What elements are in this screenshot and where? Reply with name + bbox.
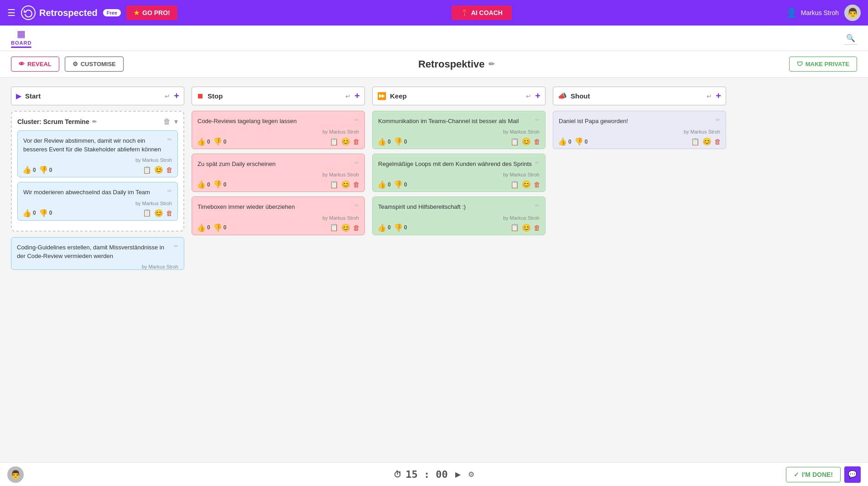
thumbs-down-icon[interactable]: 👎: [394, 180, 403, 189]
card-actions: 👍 0 👎 0 📋 😊 🗑: [553, 134, 726, 149]
user-info[interactable]: 👤 Markus Stroh: [786, 7, 839, 18]
card-body: ✏ Zu spät zum Daily erscheinen: [192, 154, 364, 170]
title-edit-icon[interactable]: ✏: [489, 60, 494, 68]
timer-play-button[interactable]: ▶: [455, 470, 461, 479]
copy-icon[interactable]: 📋: [143, 166, 151, 174]
thumbs-up-icon[interactable]: 👍: [197, 223, 206, 232]
thumbs-up-icon[interactable]: 👍: [558, 137, 567, 146]
thumbs-down-icon[interactable]: 👎: [39, 165, 48, 174]
thumbs-down-icon[interactable]: 👎: [39, 209, 48, 217]
delete-icon[interactable]: 🗑: [166, 209, 173, 217]
start-column-title[interactable]: [25, 92, 161, 100]
customise-button[interactable]: ⚙ CUSTOMISE: [65, 57, 124, 72]
delete-icon[interactable]: 🗑: [534, 181, 541, 188]
stop-column-title[interactable]: [208, 92, 342, 100]
vote-up-group: 👍 0: [377, 223, 391, 232]
user-name: Markus Stroh: [801, 9, 839, 16]
thumbs-up-icon[interactable]: 👍: [197, 137, 206, 146]
vote-down-group: 👎 0: [394, 180, 407, 189]
card-edit-icon[interactable]: ✏: [167, 188, 172, 194]
copy-icon[interactable]: 📋: [330, 138, 338, 146]
timer-settings-button[interactable]: ⚙: [468, 470, 474, 479]
card-edit-icon[interactable]: ✏: [716, 117, 720, 123]
board-tab[interactable]: ▦ BOARD: [11, 28, 31, 48]
cluster-delete-icon[interactable]: 🗑: [163, 118, 171, 126]
thumbs-down-icon[interactable]: 👎: [213, 180, 222, 189]
delete-icon[interactable]: 🗑: [353, 138, 360, 145]
delete-icon[interactable]: 🗑: [534, 138, 541, 145]
thumbs-up-icon[interactable]: 👍: [377, 137, 386, 146]
copy-icon[interactable]: 📋: [510, 138, 519, 146]
shout-column-title[interactable]: [571, 92, 703, 100]
emoji-icon[interactable]: 😊: [522, 180, 531, 189]
reveal-button[interactable]: 👁 REVEAL: [11, 57, 59, 72]
thumbs-up-icon[interactable]: 👍: [197, 180, 206, 189]
cluster-chevron-icon[interactable]: ▾: [174, 117, 178, 126]
card-edit-icon[interactable]: ✏: [535, 117, 540, 123]
thumbs-down-icon[interactable]: 👎: [394, 137, 403, 146]
card-edit-icon[interactable]: ✏: [354, 202, 359, 209]
add-card-stop[interactable]: +: [354, 91, 360, 101]
thumbs-up-icon[interactable]: 👍: [377, 223, 386, 232]
enter-icon-start[interactable]: ↵: [165, 93, 170, 100]
thumbs-up-icon[interactable]: 👍: [377, 180, 386, 189]
thumbs-down-icon[interactable]: 👎: [574, 137, 583, 146]
copy-icon[interactable]: 📋: [510, 181, 519, 189]
emoji-icon[interactable]: 😊: [341, 180, 350, 189]
card-actions: 👍 0 👎 0 📋 😊 🗑: [192, 134, 364, 149]
copy-icon[interactable]: 📋: [510, 223, 519, 232]
card-edit-icon[interactable]: ✏: [354, 160, 359, 166]
thumbs-down-icon[interactable]: 👎: [213, 137, 222, 146]
card-stop-1: ✏ Code-Reviews tagelang liegen lassen by…: [192, 111, 365, 149]
card-edit-icon[interactable]: ✏: [535, 202, 540, 209]
thumbs-down-icon[interactable]: 👎: [213, 223, 222, 232]
card-edit-icon[interactable]: ✏: [174, 243, 178, 249]
card-edit-icon[interactable]: ✏: [535, 160, 540, 166]
delete-icon[interactable]: 🗑: [714, 138, 721, 145]
thumbs-up-icon[interactable]: 👍: [22, 165, 31, 174]
keep-column-title[interactable]: [390, 92, 522, 100]
vote-down-count: 0: [223, 139, 227, 145]
make-private-button[interactable]: 🛡 MAKE PRIVATE: [789, 57, 857, 72]
chat-button[interactable]: 💬: [844, 466, 861, 483]
delete-icon[interactable]: 🗑: [534, 224, 541, 232]
thumbs-up-icon[interactable]: 👍: [22, 209, 31, 217]
hamburger-icon[interactable]: ☰: [7, 7, 16, 18]
delete-icon[interactable]: 🗑: [166, 166, 173, 174]
copy-icon[interactable]: 📋: [330, 223, 338, 232]
enter-icon-shout[interactable]: ↵: [707, 93, 712, 100]
emoji-icon[interactable]: 😊: [154, 209, 163, 217]
add-card-keep[interactable]: +: [535, 91, 541, 101]
enter-icon-stop[interactable]: ↵: [345, 93, 351, 100]
emoji-icon[interactable]: 😊: [702, 137, 712, 146]
emoji-icon[interactable]: 😊: [341, 223, 350, 232]
timer-display: ⏱ 15 : 00: [394, 469, 448, 480]
card-edit-icon[interactable]: ✏: [167, 136, 172, 143]
vote-up-count: 0: [388, 181, 391, 188]
go-pro-button[interactable]: ★ GO PRO!: [126, 5, 177, 20]
add-card-start[interactable]: +: [174, 91, 179, 101]
add-card-shout[interactable]: +: [716, 91, 721, 101]
enter-icon-keep[interactable]: ↵: [526, 93, 531, 100]
vote-down-group: 👎 0: [213, 223, 227, 232]
delete-icon[interactable]: 🗑: [353, 181, 360, 188]
vote-up-group: 👍 0: [377, 180, 391, 189]
search-bar[interactable]: 🔍: [844, 32, 857, 45]
user-avatar[interactable]: 👨: [844, 5, 861, 21]
copy-icon[interactable]: 📋: [691, 138, 700, 146]
emoji-icon[interactable]: 😊: [341, 137, 350, 146]
emoji-icon[interactable]: 😊: [522, 137, 531, 146]
card-edit-icon[interactable]: ✏: [354, 117, 359, 123]
copy-icon[interactable]: 📋: [330, 181, 338, 189]
toolbar: 👁 REVEAL ⚙ CUSTOMISE Retrospektive ✏ 🛡 M…: [0, 51, 868, 78]
emoji-icon[interactable]: 😊: [522, 223, 531, 232]
thumbs-down-icon[interactable]: 👎: [394, 223, 403, 232]
ai-coach-button[interactable]: 📍 AI COACH: [452, 5, 512, 20]
delete-icon[interactable]: 🗑: [353, 224, 360, 232]
cluster-edit-icon[interactable]: ✏: [92, 119, 97, 125]
done-button[interactable]: ✓ I'M DONE!: [786, 467, 841, 482]
copy-icon[interactable]: 📋: [143, 209, 151, 217]
location-icon: 📍: [461, 9, 468, 16]
emoji-icon[interactable]: 😊: [154, 165, 163, 174]
card-start-loose-1: ✏ Coding-Guidelines erstellen, damit Mis…: [11, 237, 184, 270]
